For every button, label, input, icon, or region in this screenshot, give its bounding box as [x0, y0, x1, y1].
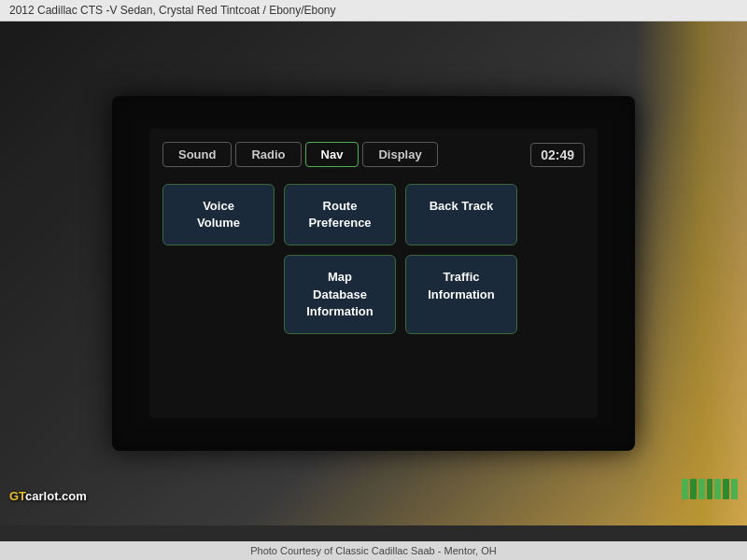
car-subtitle: Crystal Red Tintcoat / Ebony/Ebony: [159, 4, 335, 17]
stripe-5: [714, 479, 721, 499]
footer-text: Photo Courtesy of Classic Cadillac Saab …: [250, 545, 497, 556]
back-track-button[interactable]: Back Track: [405, 184, 517, 245]
tab-radio[interactable]: Radio: [235, 142, 301, 167]
green-stripes-decoration: [682, 479, 738, 499]
button-row-1: VoiceVolume RoutePreference Back Track: [162, 184, 585, 245]
stripe-7: [731, 479, 738, 499]
map-database-button[interactable]: MapDatabaseInformation: [284, 255, 396, 334]
gtcarlot-logo: GTcarlot.com: [9, 489, 87, 503]
stripe-1: [682, 479, 688, 499]
voice-volume-button[interactable]: VoiceVolume: [162, 184, 275, 245]
tab-bar: Sound Radio Nav Display 02:49: [162, 142, 585, 167]
tab-display[interactable]: Display: [362, 142, 437, 167]
logo-gt: GT: [9, 489, 25, 503]
tab-nav[interactable]: Nav: [305, 142, 359, 167]
button-row-2: MapDatabaseInformation TrafficInformatio…: [162, 255, 585, 334]
time-display: 02:49: [530, 143, 585, 167]
infotainment-screen: Sound Radio Nav Display 02:49 VoiceVolum…: [149, 129, 598, 418]
stripe-6: [723, 479, 729, 499]
route-preference-button[interactable]: RoutePreference: [284, 184, 396, 245]
logo-suffix: carlot.com: [25, 489, 87, 503]
traffic-information-button[interactable]: TrafficInformation: [405, 255, 517, 334]
stripe-2: [690, 479, 697, 499]
footer-bar: Photo Courtesy of Classic Cadillac Saab …: [0, 541, 747, 560]
stripe-4: [707, 479, 713, 499]
header-bar: 2012 Cadillac CTS -V Sedan, Crystal Red …: [0, 0, 747, 21]
car-title: 2012 Cadillac CTS -V Sedan,: [9, 4, 156, 17]
screen-surround: Sound Radio Nav Display 02:49 VoiceVolum…: [112, 96, 635, 451]
photo-area: Sound Radio Nav Display 02:49 VoiceVolum…: [0, 21, 747, 525]
stripe-3: [698, 479, 705, 499]
tab-sound[interactable]: Sound: [162, 142, 232, 167]
